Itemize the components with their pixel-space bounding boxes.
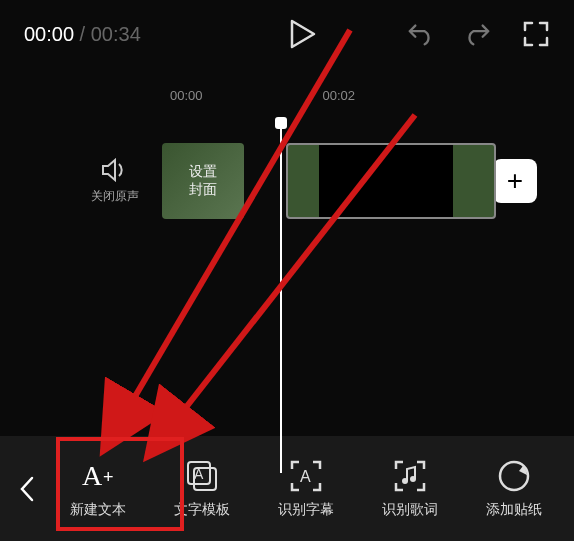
time-ruler: 00:00 00:02 [0,88,574,103]
tool-label: 识别字幕 [278,501,334,519]
mute-label: 关闭原声 [91,188,139,205]
svg-text:A: A [300,468,311,485]
tool-label: 识别歌词 [382,501,438,519]
time-current: 00:00 [24,23,74,45]
time-total: 00:34 [91,23,141,45]
controls-right [406,20,550,48]
video-clip[interactable] [286,143,496,219]
plus-icon: + [507,165,523,197]
svg-text:+: + [103,467,114,487]
playhead[interactable] [280,123,282,473]
recognize-subtitle-button[interactable]: A 识别字幕 [254,444,358,534]
cover-clip[interactable]: 设置 封面 [162,143,244,219]
tool-label: 新建文本 [70,501,126,519]
fullscreen-button[interactable] [522,20,550,48]
top-bar: 00:00 / 00:34 [0,0,574,68]
cover-text-1: 设置 [189,163,217,181]
recognize-lyrics-button[interactable]: 识别歌词 [358,444,462,534]
undo-button[interactable] [406,20,434,48]
time-separator: / [74,23,91,45]
text-add-icon: A+ [78,459,118,493]
new-text-button[interactable]: A+ 新建文本 [46,444,150,534]
redo-button[interactable] [464,20,492,48]
ruler-mark-0: 00:00 [170,88,203,103]
tool-label: 添加贴纸 [486,501,542,519]
svg-point-9 [410,476,416,482]
add-sticker-button[interactable]: 添加贴纸 [462,444,566,534]
speaker-icon [101,158,129,182]
back-button[interactable] [8,459,46,519]
add-clip-button[interactable]: + [493,159,537,203]
svg-text:A: A [82,460,103,491]
svg-point-10 [500,462,528,490]
subtitle-scan-icon: A [289,459,323,493]
bottom-toolbar: A+ 新建文本 A 文字模板 A 识别字幕 识别歌词 添加贴纸 [0,436,574,541]
ruler-mark-1: 00:02 [323,88,356,103]
timeline-area[interactable]: 00:00 00:02 关闭原声 设置 封面 + [0,68,574,338]
play-button[interactable] [289,20,317,48]
chevron-left-icon [19,475,35,503]
text-template-button[interactable]: A 文字模板 [150,444,254,534]
track-row: 关闭原声 设置 封面 + [0,143,574,219]
tool-label: 文字模板 [174,501,230,519]
svg-point-8 [402,478,408,484]
template-icon: A [185,459,219,493]
mute-audio-button[interactable]: 关闭原声 [80,158,150,205]
cover-text-2: 封面 [189,181,217,199]
sticker-icon [497,459,531,493]
time-display: 00:00 / 00:34 [24,23,141,46]
lyrics-scan-icon [393,459,427,493]
